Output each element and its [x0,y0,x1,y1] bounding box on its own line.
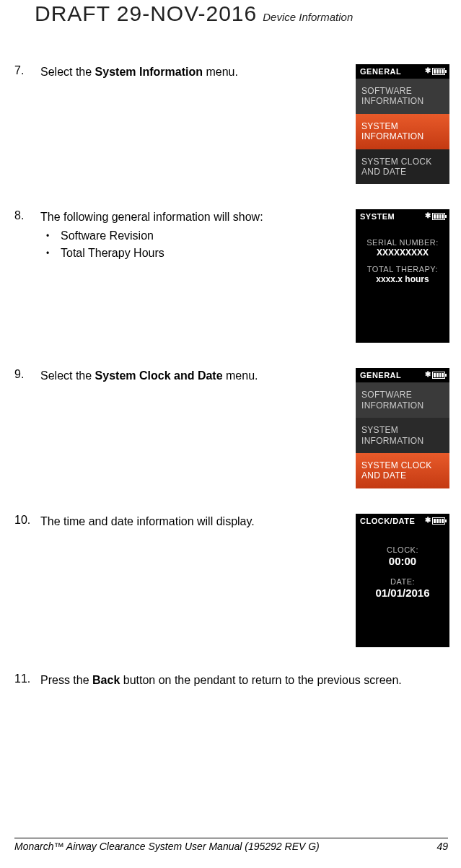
value-serial: XXXXXXXXX [361,247,444,258]
step-8: 8. The following general information wil… [14,209,449,343]
value-date: 01/01/2016 [361,587,444,599]
menu-item-system-info: SYSTEM INFORMATION [356,418,449,453]
status-icons [425,67,445,76]
label-serial: SERIAL NUMBER: [361,238,444,247]
battery-icon [432,372,445,379]
menu-item-software-info: SOFTWARE INFORMATION [356,382,449,418]
step-number: 8. [14,209,32,222]
screen-title: GENERAL [360,67,401,76]
battery-icon [432,68,445,75]
screen-header: GENERAL [356,64,449,79]
step-text: The following general information will s… [40,209,347,262]
screen-title: SYSTEM [360,212,395,221]
footer-manual-title: Monarch™ Airway Clearance System User Ma… [14,841,320,852]
page-footer: Monarch™ Airway Clearance System User Ma… [14,838,448,852]
draft-stamp: DRAFT 29-NOV-2016 [35,1,257,26]
page-content: 7. Select the System Information menu. G… [0,32,461,688]
footer-page-number: 49 [436,841,448,852]
step-7: 7. Select the System Information menu. G… [14,64,449,184]
menu-item-clock-date-selected: SYSTEM CLOCK AND DATE [356,453,449,488]
step-text: Select the System Clock and Date menu. [40,368,347,384]
menu-item-system-info-selected: SYSTEM INFORMATION [356,114,449,149]
screen-header: CLOCK/DATE [356,514,449,528]
bullet-total-therapy: Total Therapy Hours [40,245,340,262]
text-post: button on the pendant to return to the p… [120,674,401,686]
screenshot-clock-date: CLOCK/DATE CLOCK: 00:00 DATE: 01/01/2016 [356,514,449,647]
text-bold: System Clock and Date [95,369,223,382]
bullet-software-revision: Software Revision [40,227,340,245]
battery-icon [432,517,445,525]
bullet-list: Software Revision Total Therapy Hours [40,227,340,263]
step-main-text: The time and date information will displ… [40,515,255,527]
step-text: The time and date information will displ… [40,514,347,530]
label-total-therapy: TOTAL THERAPY: [361,265,444,273]
screen-title: GENERAL [360,371,401,380]
step-number: 10. [14,514,32,527]
text-bold: Back [92,674,120,686]
step-number: 7. [14,64,32,77]
status-icons [425,371,445,380]
status-icons [425,212,445,221]
menu-item-software-info: SOFTWARE INFORMATION [356,79,449,114]
screenshot-system-info: SYSTEM SERIAL NUMBER: XXXXXXXXX TOTAL TH… [356,209,449,343]
text-post: menu. [203,66,238,78]
text-bold: System Information [95,66,203,78]
screen-header: GENERAL [356,368,449,382]
status-icons [425,517,445,525]
step-text: Select the System Information menu. [40,64,347,80]
screen-header: SYSTEM [356,209,449,224]
screenshot-general-clock: GENERAL SOFTWARE INFORMATION SYSTEM INFO… [356,368,449,488]
label-clock: CLOCK: [361,545,444,554]
battery-icon [432,213,445,220]
text-pre: Press the [40,674,92,686]
label-date: DATE: [361,577,444,586]
bluetooth-icon [425,67,430,76]
bluetooth-icon [425,212,430,221]
step-9: 9. Select the System Clock and Date menu… [14,368,449,488]
step-number: 9. [14,368,32,381]
screen-title: CLOCK/DATE [360,517,415,525]
bluetooth-icon [425,371,430,380]
step-10: 10. The time and date information will d… [14,514,449,647]
screenshot-general-sysinfo: GENERAL SOFTWARE INFORMATION SYSTEM INFO… [356,64,449,184]
bluetooth-icon [425,517,430,525]
value-total-therapy: xxxx.x hours [361,274,444,284]
text-pre: Select the [40,369,95,382]
value-clock: 00:00 [361,555,444,567]
page-header: DRAFT 29-NOV-2016 Device Information [0,0,461,32]
text-pre: Select the [40,66,95,78]
text-post: menu. [223,369,258,382]
section-title: Device Information [263,11,353,23]
step-main-text: The following general information will s… [40,211,263,223]
step-number: 11. [14,672,32,685]
menu-item-clock-date: SYSTEM CLOCK AND DATE [356,149,449,185]
step-11: 11. Press the Back button on the pendant… [14,672,449,688]
step-text: Press the Back button on the pendant to … [40,672,449,688]
